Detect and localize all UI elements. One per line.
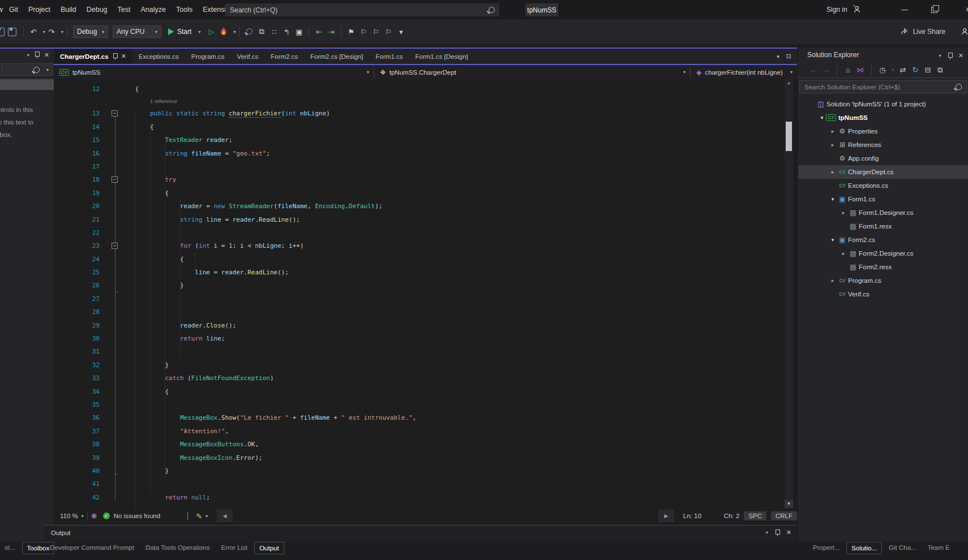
tree-item-references[interactable]: ▸⊞References bbox=[798, 138, 968, 152]
code-line-33[interactable]: 33 catch (FileNotFoundException) bbox=[54, 372, 785, 385]
undo-icon[interactable]: ↶ bbox=[28, 28, 39, 36]
start-without-debug-icon[interactable]: ▷ bbox=[205, 28, 217, 36]
code-line-30[interactable]: 30 return line; bbox=[54, 332, 785, 345]
sync-with-active-document-icon[interactable]: ⇄ bbox=[898, 66, 908, 74]
member-dropdown[interactable]: ◈ chargerFichier(int nbLigne) ▾ bbox=[691, 65, 797, 79]
code-line-43[interactable]: 43 } bbox=[54, 504, 785, 508]
code-line-15[interactable]: 15 TextReader reader; bbox=[54, 133, 785, 147]
minimize-button[interactable]: — bbox=[893, 0, 916, 19]
tree-item-tpnumss[interactable]: ▾C#tpNumSS bbox=[798, 111, 968, 124]
menu-item-tools[interactable]: Tools bbox=[171, 0, 198, 19]
switch-views-icon[interactable]: ⋈ bbox=[855, 66, 866, 74]
editor-tab-exceptions-cs[interactable]: Exceptions.cs bbox=[132, 49, 185, 64]
toolbox-group-header[interactable] bbox=[0, 79, 54, 90]
pending-changes-filter-icon[interactable]: ◷ bbox=[877, 66, 888, 74]
code-editor[interactable]: 12 {1 reference13 public static string c… bbox=[54, 79, 785, 508]
tree-item-solution-tpnumss-1-of-1-project-[interactable]: ◫Solution 'tpNumSS' (1 of 1 project) bbox=[798, 97, 968, 111]
bookmark-clear-icon[interactable]: ⚐ bbox=[383, 28, 394, 36]
tree-item-form1-designer-cs[interactable]: ▸▤Form1.Designer.cs bbox=[798, 206, 968, 219]
code-line-24[interactable]: 24 { bbox=[54, 253, 785, 266]
tree-item-form1-resx[interactable]: ▤Form1.resx bbox=[798, 219, 968, 233]
toolbox-search-input[interactable]: ▾ bbox=[1, 63, 53, 76]
menu-item-analyze[interactable]: Analyze bbox=[136, 0, 171, 19]
tree-expander-icon[interactable]: ▸ bbox=[839, 210, 847, 216]
scroll-down-icon[interactable]: ▼ bbox=[785, 500, 793, 508]
panel-tab-error-list[interactable]: Error List bbox=[217, 542, 252, 554]
close-button[interactable]: ✕ bbox=[957, 0, 968, 19]
column-options-icon[interactable]: ∷ bbox=[268, 28, 280, 36]
tree-item-app-config[interactable]: ⚙App.config bbox=[798, 152, 968, 165]
sign-in-button[interactable]: Sign in + bbox=[826, 0, 861, 19]
filter-caret-icon[interactable]: ▾ bbox=[890, 67, 896, 72]
hot-reload-icon[interactable] bbox=[218, 27, 229, 36]
code-line-41[interactable]: 41 bbox=[54, 477, 785, 490]
spaces-indicator[interactable]: SPC bbox=[744, 511, 766, 520]
feedback-user-icon[interactable] bbox=[960, 27, 968, 37]
code-cleanup-icon[interactable]: ✎ bbox=[196, 512, 202, 520]
panel-tab-developer-command-prompt[interactable]: Developer Command Prompt bbox=[45, 542, 139, 554]
code-line-23[interactable]: 23 for (int i = 1; i < nbLigne; i++) bbox=[54, 239, 785, 252]
code-line-32[interactable]: 32 } bbox=[54, 359, 785, 372]
restore-button[interactable] bbox=[923, 0, 945, 19]
refresh-icon[interactable]: ↻ bbox=[910, 66, 920, 74]
tree-expander-icon[interactable]: ▸ bbox=[839, 251, 847, 256]
tree-item-form2-cs[interactable]: ▾▣Form2.cs bbox=[798, 233, 968, 247]
fold-collapse-icon[interactable]: – bbox=[112, 176, 118, 183]
pane-options-caret-icon[interactable]: ▾ bbox=[27, 53, 29, 58]
code-line-29[interactable]: 29 reader.Close(); bbox=[54, 319, 785, 332]
indent-decrease-icon[interactable]: ⇤ bbox=[313, 28, 324, 36]
code-line-12[interactable]: 12 { bbox=[54, 83, 785, 96]
editor-tab-form2-cs[interactable]: Form2.cs bbox=[264, 49, 304, 64]
code-line-16[interactable]: 16 string fileName = "geo.txt"; bbox=[54, 147, 785, 160]
zoom-level-select[interactable]: 110 % bbox=[60, 512, 78, 519]
code-line-31[interactable]: 31 bbox=[54, 345, 785, 358]
codelens-references[interactable]: 1 reference bbox=[54, 96, 785, 107]
pane-tab-team-e[interactable]: Team E bbox=[923, 542, 954, 554]
tree-item-exceptions-cs[interactable]: C#Exceptions.cs bbox=[798, 179, 968, 192]
code-line-27[interactable]: 27 bbox=[54, 292, 785, 305]
hot-reload-caret-icon[interactable]: ▾ bbox=[233, 29, 235, 35]
save-all-icon[interactable] bbox=[8, 28, 16, 36]
menu-item-project[interactable]: Project bbox=[23, 0, 55, 19]
forward-icon[interactable]: → bbox=[821, 66, 831, 74]
code-line-21[interactable]: 21 string line = reader.ReadLine(); bbox=[54, 213, 785, 226]
pane-close-icon[interactable]: ✕ bbox=[44, 51, 49, 59]
home-icon[interactable]: ⌂ bbox=[843, 66, 853, 74]
output-pin-icon[interactable] bbox=[775, 529, 779, 536]
code-line-38[interactable]: 38 MessageBoxButtons.OK, bbox=[54, 438, 785, 451]
tree-expander-icon[interactable]: ▾ bbox=[829, 237, 837, 243]
code-line-13[interactable]: 13 public static string chargerFichier(i… bbox=[54, 107, 785, 120]
output-close-icon[interactable]: ✕ bbox=[786, 529, 791, 536]
editor-tab-form2-cs-design-[interactable]: Form2.cs [Design] bbox=[304, 49, 369, 64]
code-line-37[interactable]: 37 "Attention!", bbox=[54, 425, 785, 438]
code-line-40[interactable]: 40 } bbox=[54, 464, 785, 477]
window-list-icon[interactable]: ⧉ bbox=[256, 27, 267, 36]
editor-tab-chargerdept-cs[interactable]: ChargerDept.cs✕ bbox=[54, 49, 132, 64]
save-icon[interactable] bbox=[0, 28, 5, 36]
tab-options-icon[interactable]: ⊡ bbox=[786, 53, 791, 60]
type-dropdown[interactable]: ❖ tpNumSS.ChargerDept ▾ bbox=[374, 65, 690, 79]
toolbar-overflow-icon[interactable]: ▾ bbox=[395, 28, 406, 36]
panel-tab-data-tools-operations[interactable]: Data Tools Operations bbox=[141, 542, 215, 554]
tree-expander-icon[interactable]: ▸ bbox=[829, 169, 837, 175]
code-line-17[interactable]: 17 bbox=[54, 160, 785, 173]
solution-configuration-select[interactable]: Debug▾ bbox=[73, 25, 108, 38]
editor-tab-form1-cs-design-[interactable]: Form1.cs [Design] bbox=[409, 49, 474, 64]
hscroll-left-icon[interactable]: ◀ bbox=[217, 510, 233, 522]
scroll-up-icon[interactable]: ▲ bbox=[785, 79, 793, 87]
tree-item-form1-cs[interactable]: ▾▣Form1.cs bbox=[798, 192, 968, 206]
solution-explorer-search-input[interactable]: Search Solution Explorer (Ctrl+$) bbox=[799, 80, 967, 93]
document-health-icon[interactable]: ❋ bbox=[91, 512, 97, 520]
tree-expander-icon[interactable]: ▾ bbox=[818, 115, 826, 120]
menu-item-test[interactable]: Test bbox=[113, 0, 136, 19]
redo-caret-icon[interactable]: ▾ bbox=[61, 29, 63, 35]
solution-platform-select[interactable]: Any CPU▾ bbox=[113, 25, 161, 38]
tree-expander-icon[interactable]: ▸ bbox=[829, 142, 837, 148]
navigate-cursor-icon[interactable]: ↰ bbox=[281, 28, 292, 36]
tree-item-properties[interactable]: ▸⚙Properties bbox=[798, 124, 968, 138]
tree-item-chargerdept-cs[interactable]: ▸C#ChargerDept.cs bbox=[798, 165, 968, 179]
line-ending-indicator[interactable]: CRLF bbox=[771, 511, 797, 520]
find-in-files-icon[interactable] bbox=[243, 28, 255, 36]
tree-item-form2-designer-cs[interactable]: ▸▤Form2.Designer.cs bbox=[798, 247, 968, 260]
output-options-caret-icon[interactable]: ▾ bbox=[766, 530, 768, 535]
